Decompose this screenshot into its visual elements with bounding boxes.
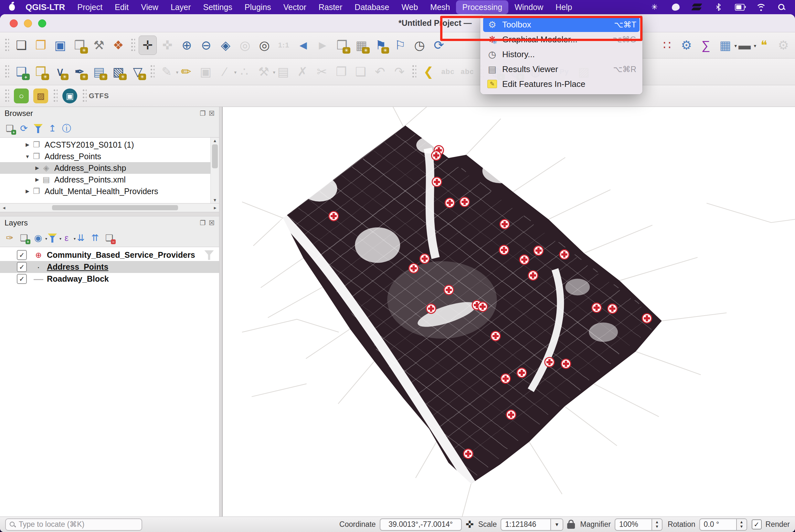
add-group-button[interactable]: ❑+ xyxy=(17,232,30,245)
rotation-spinbox[interactable]: 0.0 ° ▲▼ xyxy=(699,518,747,531)
apple-menu-icon[interactable] xyxy=(9,4,15,11)
locator-input[interactable]: Type to locate (⌘K) xyxy=(5,518,142,531)
blades-app-icon[interactable] xyxy=(692,3,702,11)
expand-arrow-icon[interactable]: ▶ xyxy=(34,165,41,171)
zoom-to-layer-button[interactable]: ◎ xyxy=(256,36,273,55)
label-tag-button[interactable]: ❮ xyxy=(420,62,437,81)
new-report-button[interactable]: ❒✳ xyxy=(333,36,351,55)
redo-button[interactable]: ↷ xyxy=(391,62,408,81)
map-canvas[interactable] xyxy=(222,107,795,516)
statistics-abacus-button[interactable]: ∷ xyxy=(658,36,676,55)
menu-edit[interactable]: Edit xyxy=(109,0,135,14)
refresh-browser-button[interactable]: ⟳ xyxy=(17,122,30,135)
save-project-button[interactable]: ▣ xyxy=(51,36,69,55)
layer-visibility-checkbox[interactable]: ✓ xyxy=(17,250,27,260)
menu-qgis-ltr[interactable]: QGIS-LTR xyxy=(19,0,71,15)
zoom-out-button[interactable]: ⊖ xyxy=(198,36,215,55)
browser-horizontal-scrollbar[interactable]: ◄► xyxy=(0,204,219,212)
menu-window[interactable]: Window xyxy=(509,0,549,14)
coordinate-input[interactable]: 39.0013°,-77.0014° xyxy=(380,518,462,531)
menu-view[interactable]: View xyxy=(135,0,165,14)
menu-layer[interactable]: Layer xyxy=(165,0,197,14)
new-shapefile-button[interactable]: ∨✳ xyxy=(51,62,69,81)
toggle-editing-button[interactable]: ✏ xyxy=(178,62,195,81)
browser-close-button[interactable]: ☒ xyxy=(209,110,215,117)
scale-dropdown-arrow[interactable]: ▼ xyxy=(550,519,562,530)
new-virtual-layer-button[interactable]: ▧✳ xyxy=(110,62,127,81)
zoom-next-button[interactable]: ► xyxy=(314,36,331,55)
browser-vertical-scrollbar[interactable]: ▲ ▼ xyxy=(210,138,219,203)
filter-legend-button[interactable]: ▾ xyxy=(46,232,59,245)
add-selected-layers-button[interactable]: ❏+ xyxy=(3,122,16,135)
browser-item-acst5y2019-s0101-1-[interactable]: ▶❐ACST5Y2019_S0101 (1) xyxy=(0,139,210,151)
digitize-with-segment-button[interactable]: ∕▾ xyxy=(216,62,234,81)
new-geopackage-button[interactable]: ❒✳ xyxy=(32,62,50,81)
menu-mesh[interactable]: Mesh xyxy=(424,0,456,14)
delete-selected-button[interactable]: ✗ xyxy=(294,62,311,81)
layout-manager-button[interactable]: ⚒ xyxy=(90,36,108,55)
paste-features-button[interactable]: ❑ xyxy=(352,62,369,81)
zoom-in-button[interactable]: ⊕ xyxy=(178,36,196,55)
cut-features-button[interactable]: ✂ xyxy=(313,62,331,81)
osm-place-search-button[interactable]: ○ xyxy=(13,87,30,105)
collapse-all-button[interactable]: ⇈ xyxy=(89,232,101,245)
menu-vector[interactable]: Vector xyxy=(277,0,313,14)
filter-browser-button[interactable] xyxy=(32,122,44,135)
style-manager-button[interactable]: ❖ xyxy=(110,36,127,55)
properties-info-button[interactable]: ⓘ xyxy=(60,122,73,135)
vertex-tool-button[interactable]: ⚒▾ xyxy=(255,62,273,81)
settings-partial-button[interactable]: ⚙ xyxy=(775,36,792,55)
layer-visibility-checkbox[interactable]: ✓ xyxy=(17,262,27,272)
open-project-button[interactable]: ❐ xyxy=(32,36,50,55)
menu-web[interactable]: Web xyxy=(395,0,424,14)
expand-arrow-icon[interactable]: ▶ xyxy=(24,142,31,148)
magnifier-spinbox[interactable]: 100% ▲▼ xyxy=(615,518,663,531)
layer-item-community-based-service-providers[interactable]: ✓⊕Community_Based_Service_Providers xyxy=(0,249,219,261)
menu-help[interactable]: Help xyxy=(549,0,578,14)
label-pin-button[interactable]: abc xyxy=(459,62,476,81)
browser-item-address-points[interactable]: ▼❒Address_Points xyxy=(0,151,210,162)
rotation-spin-arrows[interactable]: ▲▼ xyxy=(736,519,746,530)
extents-tracking-icon[interactable]: ✜ xyxy=(466,519,474,530)
battery-icon[interactable] xyxy=(735,2,744,12)
zoom-to-selection-button[interactable]: ◎ xyxy=(236,36,254,55)
browser-float-button[interactable]: ❐ xyxy=(200,110,205,117)
new-spatialite-layer-button[interactable]: ▽✳ xyxy=(129,62,146,81)
scale-combobox[interactable]: 1:121846 ▼ xyxy=(501,518,563,531)
dock-splitter[interactable] xyxy=(219,107,222,516)
open-attribute-table-button[interactable]: ▦▾ xyxy=(717,36,734,55)
zoom-last-button[interactable]: ◄ xyxy=(294,36,312,55)
refresh-map-button[interactable]: ⟳ xyxy=(430,36,448,55)
quickosm-button[interactable]: ▨ xyxy=(32,87,50,105)
browser-item-adult-mental-health-providers[interactable]: ▶❐Adult_Mental_Health_Providers xyxy=(0,185,210,197)
scale-lock-icon[interactable] xyxy=(567,523,575,529)
modify-attributes-button[interactable]: ▤ xyxy=(274,62,292,81)
spotlight-search-icon[interactable] xyxy=(778,3,785,11)
add-record-button[interactable]: ∴ xyxy=(236,62,253,81)
browser-item-address-points-shp[interactable]: ▶◈Address_Points.shp xyxy=(0,162,210,174)
zoom-window-button[interactable] xyxy=(38,19,46,27)
expand-arrow-icon[interactable]: ▶ xyxy=(24,188,31,194)
layer-visibility-checkbox[interactable]: ✓ xyxy=(17,274,27,284)
pan-map-button[interactable]: ✛ xyxy=(138,36,157,55)
show-spatial-bookmarks-button[interactable]: ⚐ xyxy=(391,36,409,55)
render-checkbox[interactable]: ✓ xyxy=(752,519,762,529)
menu-database[interactable]: Database xyxy=(348,0,395,14)
filter-by-expression-button[interactable]: ε▾ xyxy=(60,232,73,245)
current-edits-button[interactable]: ✎▾ xyxy=(158,62,175,81)
menu-item-results-viewer[interactable]: ▤Results Viewer⌥⌘R xyxy=(483,62,640,77)
new-temporary-layer-button[interactable]: ▤✳ xyxy=(90,62,108,81)
map-tips-button[interactable]: ❝ xyxy=(755,36,773,55)
close-window-button[interactable] xyxy=(10,19,18,27)
remove-layer-button[interactable]: ❏− xyxy=(103,232,116,245)
gtfs-go-button[interactable]: GTFS xyxy=(90,87,108,105)
show-layout-manager-button[interactable]: ▦✳ xyxy=(353,36,370,55)
undo-button[interactable]: ↶ xyxy=(371,62,389,81)
new-project-button[interactable]: ❏ xyxy=(13,36,30,55)
new-print-layout-button[interactable]: ❒✳ xyxy=(71,36,88,55)
collapse-all-browser-button[interactable]: ↥ xyxy=(46,122,59,135)
menu-project[interactable]: Project xyxy=(71,0,109,14)
label-refresh-button[interactable]: abc xyxy=(439,62,457,81)
open-layer-styling-button[interactable]: ✑ xyxy=(3,232,16,245)
magnifier-spin-arrows[interactable]: ▲▼ xyxy=(651,519,662,530)
